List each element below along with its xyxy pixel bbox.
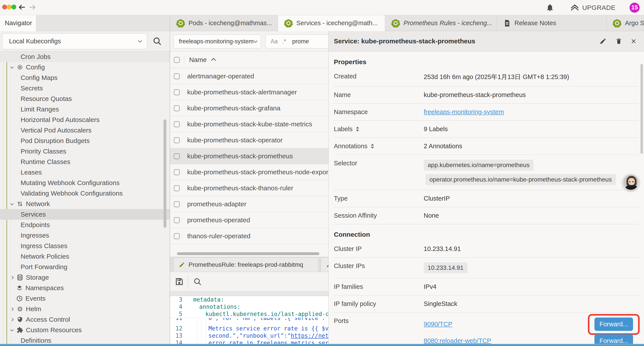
horizontal-scrollbar[interactable] bbox=[177, 252, 319, 255]
sidebar-item-storage[interactable]: Storage bbox=[0, 272, 170, 283]
close-icon[interactable]: × bbox=[631, 37, 636, 45]
table-row[interactable]: thanos-ruler-operated bbox=[170, 228, 328, 244]
row-checkbox[interactable] bbox=[174, 121, 180, 127]
chevron-down-icon[interactable] bbox=[10, 203, 14, 205]
yaml-editor[interactable]: 3metadata:4annotations:5kubectl.kubernet… bbox=[170, 296, 328, 346]
chevron-right-icon[interactable] bbox=[10, 276, 14, 279]
bell-icon[interactable] bbox=[546, 3, 554, 12]
forward-icon[interactable] bbox=[28, 3, 37, 11]
tab-prometheus[interactable]: Prometheus Rules - icecheng... bbox=[385, 15, 497, 31]
table-row[interactable]: alertmanager-operated bbox=[170, 68, 328, 84]
save-icon[interactable] bbox=[174, 277, 184, 287]
editor-tab-secondary[interactable] bbox=[321, 258, 328, 272]
row-checkbox[interactable] bbox=[174, 73, 180, 79]
chevron-down-icon[interactable] bbox=[10, 66, 14, 68]
sidebar-item-horizontal-pod-autoscalers[interactable]: Horizontal Pod Autoscalers bbox=[0, 114, 170, 125]
sort-updown-icon[interactable] bbox=[356, 127, 359, 132]
sidebar-item-ingresses[interactable]: Ingresses bbox=[0, 230, 170, 241]
table-row[interactable]: kube-prometheus-stack-thanos-ruler bbox=[170, 180, 328, 196]
row-checkbox[interactable] bbox=[174, 169, 180, 175]
tab-services[interactable]: Services - icecheng@math...× bbox=[278, 15, 385, 31]
sidebar-item-network[interactable]: Network bbox=[0, 199, 170, 209]
match-case-toggle[interactable]: Aa bbox=[270, 38, 278, 45]
row-checkbox[interactable] bbox=[174, 105, 180, 111]
delete-icon[interactable] bbox=[615, 38, 622, 45]
sidebar-item-port-forwarding[interactable]: Port Forwarding bbox=[0, 262, 170, 272]
sidebar-item-cron-jobs[interactable]: Cron Jobs bbox=[0, 51, 170, 62]
sidebar-item-ingress-classes[interactable]: Ingress Classes bbox=[0, 241, 170, 251]
sidebar-item-validating-webhook-configurations[interactable]: Validating Webhook Configurations bbox=[0, 188, 170, 199]
namespace-link[interactable]: freeleaps-monitoring-system bbox=[424, 108, 639, 116]
row-checkbox[interactable] bbox=[174, 217, 180, 223]
filter-input[interactable]: Aa .* prome bbox=[266, 34, 329, 48]
sidebar-item-endpoints[interactable]: Endpoints bbox=[0, 220, 170, 230]
edit-icon[interactable] bbox=[600, 38, 606, 45]
sidebar-item-events[interactable]: Events bbox=[0, 293, 170, 304]
database-icon bbox=[16, 274, 24, 281]
notification-badge[interactable]: 15 bbox=[630, 3, 640, 13]
sidebar-scrollbar[interactable] bbox=[164, 119, 166, 228]
row-checkbox[interactable] bbox=[174, 89, 180, 95]
row-checkbox[interactable] bbox=[174, 185, 180, 191]
sort-ascending-icon[interactable] bbox=[211, 58, 216, 63]
search-icon[interactable] bbox=[152, 36, 162, 46]
sidebar-item-config[interactable]: Config bbox=[0, 62, 170, 72]
kubeconfig-select[interactable]: Local Kubeconfigs bbox=[2, 33, 147, 49]
sidebar-item-namespaces[interactable]: Namespaces bbox=[0, 283, 170, 293]
port-link[interactable]: 8080:reloader-web/TCP bbox=[424, 337, 491, 345]
table-row[interactable]: kube-prometheus-stack-kube-state-metrics bbox=[170, 116, 328, 132]
navigator-tab[interactable]: Navigator bbox=[0, 15, 36, 31]
runbook-url-link[interactable]: https://net bbox=[291, 333, 328, 339]
sidebar-item-vertical-pod-autoscalers[interactable]: Vertical Pod Autoscalers bbox=[0, 125, 170, 136]
upgrade-button[interactable]: UPGRADE bbox=[570, 3, 616, 12]
minimize-window-button[interactable] bbox=[7, 4, 12, 9]
port-link[interactable]: 9090/TCP bbox=[424, 321, 452, 328]
close-window-button[interactable] bbox=[2, 4, 7, 9]
sort-updown-icon[interactable] bbox=[371, 144, 374, 149]
table-row[interactable]: kube-prometheus-stack-alertmanager bbox=[170, 84, 328, 100]
tab-pods[interactable]: Pods - icecheng@mathmas... bbox=[170, 15, 278, 31]
table-row[interactable]: prometheus-operated bbox=[170, 212, 328, 228]
row-checkbox[interactable] bbox=[174, 137, 180, 143]
regex-toggle[interactable]: .* bbox=[282, 38, 286, 45]
sidebar-item-secrets[interactable]: Secrets bbox=[0, 83, 170, 93]
name-column-header[interactable]: Name bbox=[189, 56, 207, 63]
sidebar-item-leases[interactable]: Leases bbox=[0, 167, 170, 178]
detail-scrollbar[interactable] bbox=[640, 64, 643, 154]
table-row[interactable]: kube-prometheus-stack-prometheus-node-ex… bbox=[170, 164, 328, 180]
tab-argo[interactable]: Argo Se bbox=[606, 15, 644, 31]
sidebar-item-mutating-webhook-configurations[interactable]: Mutating Webhook Configurations bbox=[0, 178, 170, 188]
chevron-down-icon[interactable] bbox=[10, 329, 14, 331]
chevron-right-icon[interactable] bbox=[10, 319, 14, 321]
sidebar-item-network-policies[interactable]: Network Policies bbox=[0, 251, 170, 262]
sidebar-item-priority-classes[interactable]: Priority Classes bbox=[0, 146, 170, 157]
chevron-right-icon[interactable] bbox=[10, 308, 14, 310]
sidebar-item-config-maps[interactable]: Config Maps bbox=[0, 72, 170, 83]
table-row[interactable]: kube-prometheus-stack-prometheus bbox=[170, 148, 328, 164]
editor-tab-prometheusrule[interactable]: PrometheusRule: freeleaps-prod-rabbitmq bbox=[174, 258, 318, 272]
namespace-select[interactable]: freeleaps-monitoring-system bbox=[174, 34, 261, 48]
sidebar-item-pod-disruption-budgets[interactable]: Pod Disruption Budgets bbox=[0, 136, 170, 146]
select-all-checkbox[interactable] bbox=[174, 57, 180, 63]
assistant-avatar[interactable] bbox=[622, 174, 639, 191]
sidebar-item-limit-ranges[interactable]: Limit Ranges bbox=[0, 104, 170, 114]
sidebar-item-runtime-classes[interactable]: Runtime Classes bbox=[0, 157, 170, 167]
sidebar-item-services[interactable]: Services bbox=[0, 209, 170, 220]
sidebar-item-label: Access Control bbox=[26, 316, 70, 323]
table-row[interactable]: prometheus-adapter bbox=[170, 196, 328, 212]
tab-release[interactable]: Release Notes bbox=[497, 15, 606, 31]
sidebar-item-access-control[interactable]: Access Control bbox=[0, 314, 170, 325]
row-checkbox[interactable] bbox=[174, 201, 180, 207]
kubeconfig-select-value: Local Kubeconfigs bbox=[9, 38, 61, 45]
row-checkbox[interactable] bbox=[174, 233, 180, 239]
zoom-window-button[interactable] bbox=[12, 4, 16, 9]
table-row[interactable]: kube-prometheus-stack-grafana bbox=[170, 100, 328, 116]
sidebar-item-helm[interactable]: Helm bbox=[0, 304, 170, 314]
sidebar-item-resource-quotas[interactable]: Resource Quotas bbox=[0, 93, 170, 104]
table-row[interactable]: kube-prometheus-stack-operator bbox=[170, 132, 328, 148]
search-in-editor-icon[interactable] bbox=[193, 277, 202, 286]
sidebar-item-custom-resources[interactable]: Custom Resources bbox=[0, 325, 170, 335]
forward-button[interactable]: Forward... bbox=[594, 318, 633, 331]
back-icon[interactable] bbox=[18, 3, 26, 11]
row-checkbox[interactable] bbox=[174, 153, 180, 159]
